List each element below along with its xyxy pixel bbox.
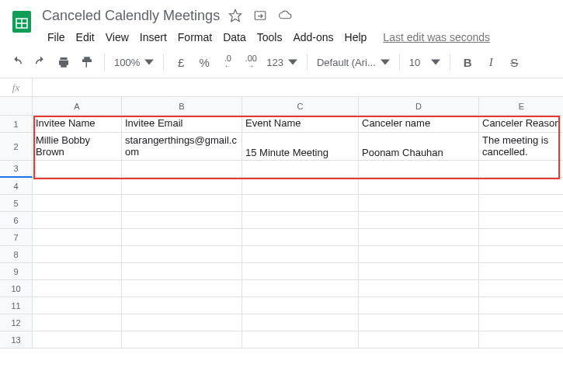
redo-button[interactable] (30, 51, 51, 73)
cell[interactable] (242, 195, 359, 212)
cell[interactable] (359, 331, 479, 349)
last-edit-link[interactable]: Last edit was seconds (383, 31, 490, 43)
cell[interactable] (122, 263, 242, 280)
row-header-9[interactable]: 9 (0, 263, 33, 280)
row-header-3[interactable]: 3 (0, 161, 33, 178)
menu-data[interactable]: Data (217, 28, 252, 47)
cell[interactable] (33, 161, 122, 178)
currency-button[interactable]: £ (170, 51, 192, 73)
cell[interactable] (33, 263, 122, 280)
cell[interactable] (33, 212, 122, 229)
cell[interactable] (242, 297, 359, 314)
document-title[interactable]: Canceled Calendly Meetings (42, 8, 220, 24)
cell[interactable] (479, 331, 563, 349)
cell[interactable] (359, 297, 479, 314)
cell[interactable] (33, 314, 122, 331)
cell[interactable] (122, 229, 242, 246)
cell[interactable] (33, 178, 122, 195)
font-dropdown[interactable]: Default (Ari... (314, 54, 393, 71)
menu-insert[interactable]: Insert (134, 28, 172, 47)
print-button[interactable] (53, 51, 75, 73)
cell[interactable] (33, 297, 122, 314)
menu-edit[interactable]: Edit (71, 28, 100, 47)
cell[interactable] (242, 263, 359, 280)
font-size-dropdown[interactable]: 10 (406, 54, 443, 71)
cell[interactable] (359, 229, 479, 246)
cell[interactable] (479, 161, 563, 178)
cell[interactable] (33, 195, 122, 212)
row-header-11[interactable]: 11 (0, 297, 33, 314)
cell[interactable] (359, 246, 479, 263)
sheets-logo[interactable] (6, 6, 37, 37)
cell[interactable] (242, 178, 359, 195)
cell[interactable]: Event Name (242, 116, 359, 133)
cell[interactable] (479, 297, 563, 314)
cell[interactable] (242, 212, 359, 229)
select-all-corner[interactable] (0, 97, 33, 116)
cell[interactable] (479, 178, 563, 195)
cell[interactable] (359, 280, 479, 297)
cell[interactable] (122, 246, 242, 263)
cell[interactable] (122, 314, 242, 331)
decrease-decimal-button[interactable]: .0← (217, 51, 238, 73)
menu-format[interactable]: Format (172, 28, 217, 47)
row-header-13[interactable]: 13 (0, 331, 33, 349)
cell[interactable]: 15 Minute Meeting (242, 133, 359, 161)
percent-button[interactable]: % (193, 51, 215, 73)
increase-decimal-button[interactable]: .00→ (240, 51, 262, 73)
cell[interactable] (359, 195, 479, 212)
cell[interactable] (359, 263, 479, 280)
cell[interactable] (479, 280, 563, 297)
cell[interactable] (33, 331, 122, 349)
row-header-8[interactable]: 8 (0, 246, 33, 263)
cell[interactable] (359, 314, 479, 331)
column-header-B[interactable]: B (122, 97, 242, 116)
cell[interactable] (33, 229, 122, 246)
cell[interactable] (122, 178, 242, 195)
cell[interactable] (122, 161, 242, 178)
cell[interactable]: Poonam Chauhan (359, 133, 479, 161)
menu-view[interactable]: View (100, 28, 134, 47)
row-header-6[interactable]: 6 (0, 212, 33, 229)
column-header-C[interactable]: C (242, 97, 359, 116)
menu-addons[interactable]: Add-ons (287, 28, 339, 47)
cell[interactable] (359, 161, 479, 178)
row-header-4[interactable]: 4 (0, 178, 33, 195)
column-header-D[interactable]: D (359, 97, 479, 116)
cell[interactable] (242, 246, 359, 263)
cell[interactable]: Millie Bobby Brown (33, 133, 122, 161)
move-icon[interactable] (251, 6, 269, 25)
zoom-dropdown[interactable]: 100% (111, 54, 157, 71)
cell[interactable] (359, 178, 479, 195)
cell[interactable] (242, 280, 359, 297)
cell[interactable] (479, 212, 563, 229)
row-header-2[interactable]: 2 (0, 133, 33, 161)
cell[interactable] (122, 297, 242, 314)
row-header-10[interactable]: 10 (0, 280, 33, 297)
cell[interactable]: Invitee Name (33, 116, 122, 133)
menu-file[interactable]: File (42, 28, 71, 47)
cell[interactable] (33, 246, 122, 263)
row-header-5[interactable]: 5 (0, 195, 33, 212)
menu-help[interactable]: Help (339, 28, 373, 47)
cell[interactable] (122, 331, 242, 349)
cell[interactable] (122, 195, 242, 212)
cell[interactable] (479, 229, 563, 246)
cell[interactable] (479, 263, 563, 280)
cell[interactable] (479, 195, 563, 212)
cloud-status-icon[interactable] (276, 6, 294, 25)
paint-format-button[interactable] (76, 51, 98, 73)
strikethrough-button[interactable]: S (503, 51, 525, 73)
cell[interactable] (33, 280, 122, 297)
cell[interactable]: Canceler Reason (479, 116, 563, 133)
cell[interactable]: starangerthings@gmail.com (122, 133, 242, 161)
cell[interactable] (242, 161, 359, 178)
menu-tools[interactable]: Tools (252, 28, 288, 47)
star-icon[interactable] (226, 6, 245, 25)
cell[interactable]: Canceler name (359, 116, 479, 133)
italic-button[interactable]: I (480, 51, 502, 73)
bold-button[interactable]: B (457, 51, 478, 73)
cell[interactable] (479, 246, 563, 263)
cell[interactable] (242, 331, 359, 349)
cell[interactable] (122, 212, 242, 229)
